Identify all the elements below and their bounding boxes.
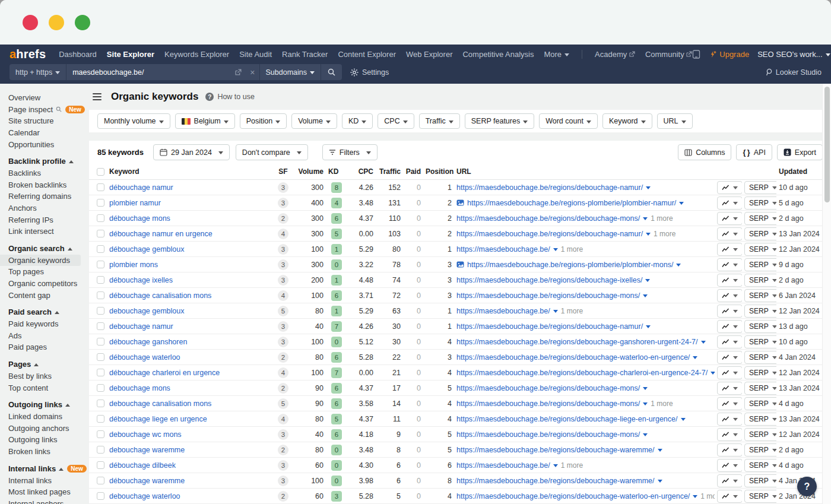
keyword-link[interactable]: débouchage namur [109,183,173,192]
url-link[interactable]: https://maesdebouchage.be/regions/debouc… [456,230,643,238]
url-link[interactable]: https://maesdebouchage.be/regions/debouc… [456,492,690,500]
url-link[interactable]: https://maesdebouchage.be/regions/debouc… [456,400,640,408]
col-sf[interactable]: SF [271,167,295,176]
sidebar-item-link-intersect[interactable]: Link intersect [8,226,89,237]
menu-competitive-analysis[interactable]: Competitive Analysis [462,50,534,59]
position-history-button[interactable] [717,289,742,302]
keyword-link[interactable]: debouchage waremme [109,446,185,454]
sidebar-item-internal-links[interactable]: Internal links [8,474,89,486]
serp-button[interactable]: SERP [744,428,776,441]
sidebar-item-internal-anchors[interactable]: Internal anchors [8,497,89,504]
sidebar-item-top-pages[interactable]: Top pages [8,266,89,278]
col-paid[interactable]: Paid [403,167,423,176]
scope-dropdown[interactable]: Subdomains [259,64,321,80]
col-keyword[interactable]: Keyword [107,167,271,176]
menu-community[interactable]: Community [645,50,692,59]
serp-button[interactable]: SERP [744,181,776,194]
position-history-button[interactable] [717,474,742,487]
export-button[interactable]: Export [777,144,823,160]
serp-button[interactable]: SERP [744,274,776,287]
row-checkbox[interactable] [97,415,104,423]
search-button[interactable] [321,64,342,80]
url-chevron-icon[interactable] [643,433,648,439]
more-urls-label[interactable]: 1 more [561,461,583,470]
row-checkbox[interactable] [97,230,104,237]
serp-button[interactable]: SERP [744,366,776,379]
scrollbar-thumb[interactable] [824,87,830,202]
report-menu-icon[interactable] [90,91,104,103]
url-chevron-icon[interactable] [711,372,715,377]
url-link[interactable]: https://maesdebouchage.be/ [456,307,550,315]
url-link[interactable]: https://maesdebouchage.be/regions/debouc… [456,369,708,377]
position-history-button[interactable] [717,181,742,194]
ahrefs-logo[interactable]: ahrefs [9,47,46,61]
serp-button[interactable]: SERP [744,351,776,364]
row-checkbox[interactable] [97,276,104,284]
keyword-link[interactable]: plombier mons [109,261,158,269]
filter-belgium[interactable]: Belgium [175,113,235,129]
url-chevron-icon[interactable] [658,480,662,485]
position-history-button[interactable] [717,335,742,348]
sidebar-item-page-inspect[interactable]: Page inspectNew [8,104,89,116]
device-icon[interactable] [692,50,700,59]
window-close-button[interactable] [23,15,38,30]
keyword-link[interactable]: débouchage namur en urgence [109,230,212,238]
keyword-link[interactable]: debouchage namur [109,322,173,331]
position-history-button[interactable] [717,366,742,379]
keyword-link[interactable]: débouchage liege en urgence [109,415,207,423]
position-history-button[interactable] [717,382,742,395]
serp-button[interactable]: SERP [744,382,776,395]
compare-dropdown[interactable]: Don't compare [236,144,308,160]
serp-button[interactable]: SERP [744,289,776,302]
menu-site-explorer[interactable]: Site Explorer [107,50,154,59]
row-checkbox[interactable] [97,353,104,361]
sidebar-item-site-structure[interactable]: Site structure [8,115,89,127]
filter-keyword[interactable]: Keyword [602,113,652,129]
keyword-link[interactable]: debouchage wc mons [109,430,182,439]
menu-content-explorer[interactable]: Content Explorer [338,50,396,59]
upgrade-button[interactable]: Upgrade [709,50,749,59]
sidebar-item-opportunities[interactable]: Opportunities [8,138,89,150]
keyword-link[interactable]: débouchage ganshoren [109,338,187,346]
sidebar-item-most-linked-pages[interactable]: Most linked pages [8,486,89,498]
keyword-link[interactable]: débouchage dilbeek [109,461,176,470]
url-link[interactable]: https://maesdebouchage.be/regions-plombe… [467,261,673,269]
url-link[interactable]: https://maesdebouchage.be/regions/debouc… [456,183,643,192]
serp-button[interactable]: SERP [744,227,776,240]
filters-button[interactable]: Filters [322,144,378,160]
window-zoom-button[interactable] [75,15,90,30]
url-chevron-icon[interactable] [643,217,648,223]
url-chevron-icon[interactable] [553,310,558,315]
url-link[interactable]: https://maesdebouchage.be/regions/debouc… [456,384,640,392]
url-link[interactable]: https://maesdebouchage.be/regions-plombe… [467,199,676,207]
filter-cpc[interactable]: CPC [378,113,414,129]
row-checkbox[interactable] [97,261,104,268]
serp-button[interactable]: SERP [744,335,776,348]
more-urls-label[interactable]: 1 more [700,492,715,500]
sidebar-item-outgoing-anchors[interactable]: Outgoing anchors [8,422,89,434]
serp-button[interactable]: SERP [744,243,776,256]
url-chevron-icon[interactable] [643,402,648,408]
col-cpc[interactable]: CPC [347,167,376,176]
more-urls-label[interactable]: 1 more [651,214,673,223]
sidebar-section-internal-links[interactable]: Internal linksNew [8,462,89,474]
url-link[interactable]: https://maesdebouchage.be/regions/debouc… [456,446,655,454]
window-minimize-button[interactable] [49,15,64,30]
sidebar-item-content-gap[interactable]: Content gap [8,289,89,301]
url-chevron-icon[interactable] [646,186,651,192]
more-urls-label[interactable]: 1 more [654,230,675,238]
vertical-scrollbar[interactable] [822,84,831,504]
url-chevron-icon[interactable] [645,279,650,284]
sidebar-item-outgoing-links[interactable]: Outgoing links [8,434,89,446]
sidebar-item-paid-pages[interactable]: Paid pages [8,341,89,353]
url-chevron-icon[interactable] [643,387,648,392]
keyword-link[interactable]: debouchage waterloo [109,492,180,500]
row-checkbox[interactable] [97,307,104,315]
serp-button[interactable]: SERP [744,459,776,472]
position-history-button[interactable] [717,196,742,210]
menu-site-audit[interactable]: Site Audit [239,50,272,59]
menu-web-explorer[interactable]: Web Explorer [406,50,453,59]
serp-button[interactable]: SERP [744,443,776,457]
serp-button[interactable]: SERP [744,474,776,487]
looker-studio-button[interactable]: Looker Studio [765,68,822,77]
